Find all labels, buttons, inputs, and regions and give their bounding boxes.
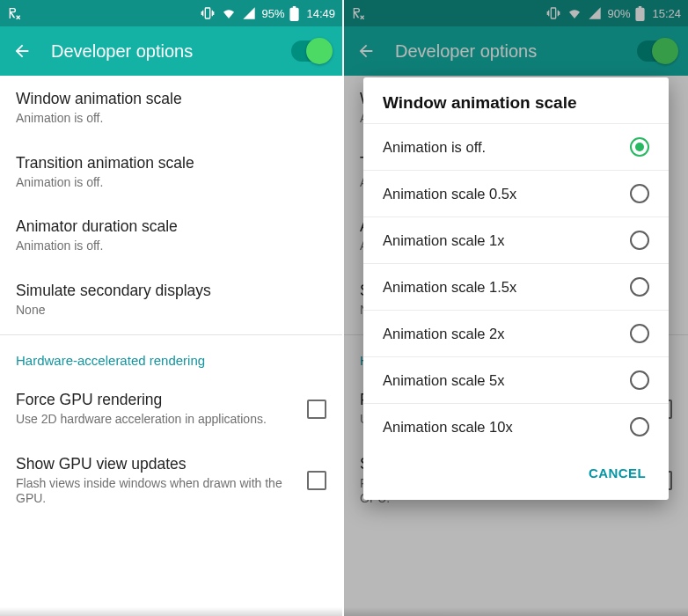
setting-title: Transition animation scale [16,154,326,172]
vibrate-icon [200,6,216,20]
dialog-actions: CANCEL [363,450,669,495]
checkbox[interactable] [307,400,326,419]
setting-subtitle: Use 2D hardware acceleration in applicat… [16,412,296,428]
setting-subtitle: Animation is off. [16,238,326,254]
radio-icon [630,324,649,343]
option-label: Animation scale 1.5x [383,279,516,296]
setting-title: Window animation scale [16,90,326,108]
toolbar: Developer options [0,26,342,76]
phone-left: 95% 14:49 Developer options Window anima… [0,0,344,616]
dialog-option[interactable]: Animation scale 1x [363,216,669,263]
radio-icon [630,231,649,250]
rx-icon [7,6,21,20]
setting-animator-duration-scale[interactable]: Animator duration scale Animation is off… [0,203,342,268]
divider [0,334,342,335]
radio-icon [630,277,649,297]
dialog-window-animation-scale: Window animation scale Animation is off.… [363,77,669,500]
page-title: Developer options [51,41,272,62]
setting-subtitle: Animation is off. [16,175,326,191]
back-icon[interactable] [12,41,32,61]
setting-title: Force GPU rendering [16,391,296,409]
dialog-option[interactable]: Animation is off. [363,123,669,170]
setting-simulate-secondary-displays[interactable]: Simulate secondary displays None [0,268,342,332]
dialog-option[interactable]: Animation scale 10x [363,403,669,450]
phone-right: 90% 15:24 Developer options Window anima… [344,0,688,616]
option-label: Animation is off. [383,139,486,156]
setting-title: Animator duration scale [16,217,326,236]
radio-icon [630,417,649,436]
radio-icon [630,184,649,203]
setting-subtitle: None [16,303,326,319]
status-bar: 95% 14:49 [0,0,342,26]
wifi-icon [221,6,237,20]
dialog-option[interactable]: Animation scale 2x [363,310,669,356]
section-header-hw-accel: Hardware-accelerated rendering [0,339,342,377]
setting-subtitle: Animation is off. [16,111,326,127]
option-label: Animation scale 2x [383,326,505,342]
option-label: Animation scale 1x [383,232,505,249]
signal-icon [242,6,256,20]
setting-show-gpu-view-updates[interactable]: Show GPU view updates Flash views inside… [0,441,342,520]
svg-rect-0 [206,8,210,18]
clock: 14:49 [306,7,335,20]
dialog-option-list: Animation is off. Animation scale 0.5x A… [363,123,669,450]
option-label: Animation scale 5x [383,372,505,389]
radio-selected-icon [630,137,649,157]
settings-list: Window animation scale Animation is off.… [0,76,342,616]
setting-title: Simulate secondary displays [16,282,326,300]
battery-icon [289,6,299,21]
setting-title: Show GPU view updates [16,455,296,473]
dialog-option[interactable]: Animation scale 5x [363,356,669,403]
option-label: Animation scale 10x [383,419,513,436]
dialog-option[interactable]: Animation scale 0.5x [363,170,669,216]
checkbox[interactable] [307,471,326,490]
dev-options-toggle[interactable] [291,40,330,62]
setting-subtitle: Flash views inside windows when drawn wi… [16,476,296,507]
cancel-button[interactable]: CANCEL [578,457,656,489]
setting-window-animation-scale[interactable]: Window animation scale Animation is off. [0,76,342,140]
setting-transition-animation-scale[interactable]: Transition animation scale Animation is … [0,140,342,204]
dialog-option[interactable]: Animation scale 1.5x [363,263,669,310]
setting-force-gpu-rendering[interactable]: Force GPU rendering Use 2D hardware acce… [0,377,342,441]
battery-percent: 95% [261,7,284,20]
dialog-title: Window animation scale [363,93,669,123]
radio-icon [630,370,649,390]
option-label: Animation scale 0.5x [383,186,516,202]
